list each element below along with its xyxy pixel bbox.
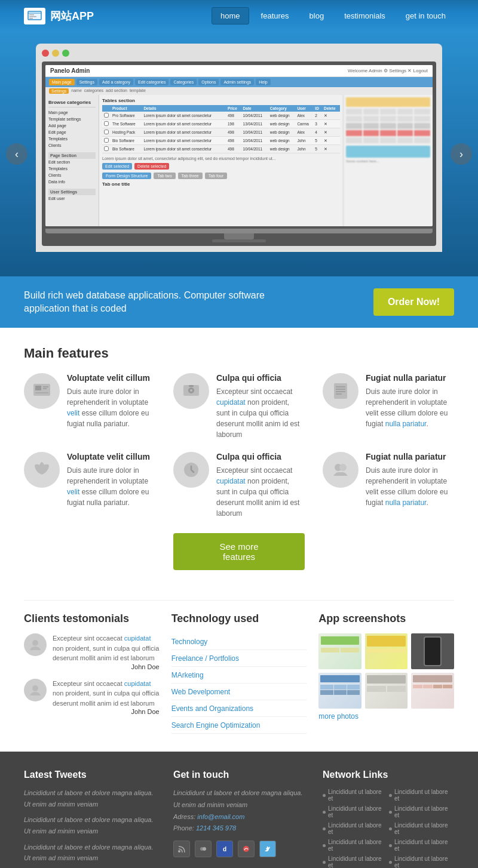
svg-point-27 [243, 846, 249, 852]
feature-desc-4: Duis aute irure dolor in reprehenderit i… [67, 465, 155, 508]
screenshot-1[interactable] [318, 633, 361, 669]
screenshots-col: App screenshots [318, 612, 454, 721]
flickr-icon[interactable] [195, 841, 212, 857]
tech-link-3[interactable]: MArketing [171, 671, 204, 679]
main-nav: home features blog testimonials get in t… [212, 7, 454, 24]
slider-prev[interactable]: ‹ [6, 143, 27, 165]
twitter-icon[interactable] [259, 841, 276, 857]
tech-link-2[interactable]: Freelance / Portfolios [171, 654, 239, 663]
feature-link-5[interactable]: cupidatat [216, 477, 246, 485]
features-grid: Voluptate velit cillum Duis aute irure d… [24, 373, 454, 519]
screenshot-5[interactable] [365, 673, 408, 709]
footer-network-title: Network Links [323, 769, 454, 780]
feature-link-6[interactable]: nulla pariatur [385, 498, 427, 507]
nav-features[interactable]: features [253, 8, 298, 24]
feature-text-3: Fugiat nulla pariatur Duis aute irure do… [366, 373, 454, 429]
feature-item-6: Fugiat nulla pariatur Duis aute irure do… [323, 452, 454, 519]
header: 网站APP home features blog testimonials ge… [0, 0, 478, 32]
see-more-button[interactable]: See more features [173, 533, 305, 570]
footer-tweet-2: Lincididunt ut labore et dolore magna al… [24, 814, 155, 836]
svg-rect-13 [189, 385, 194, 387]
features-title: Main features [24, 346, 454, 361]
feature-item-3: Fugiat nulla pariatur Duis aute irure do… [323, 373, 454, 440]
feature-link-1[interactable]: velit [67, 409, 79, 417]
technology-title: Technology used [171, 612, 307, 625]
svg-rect-3 [29, 16, 36, 17]
delicious-icon[interactable]: d [216, 841, 233, 857]
screenshot-2[interactable] [365, 633, 408, 669]
screenshot-6[interactable] [411, 673, 454, 709]
testimonial-text-2: Excepteur sint occaecat cupidatat non pr… [53, 679, 160, 709]
testimonials-title: Clients testomonials [24, 612, 160, 625]
feature-link-2[interactable]: cupidatat [216, 398, 246, 407]
feature-title-1: Voluptate velit cillum [67, 373, 155, 383]
tech-link-item-1: Technology [171, 633, 307, 650]
nav-testimonials[interactable]: testimonials [336, 8, 394, 24]
tech-link-item-2: Freelance / Portfolios [171, 650, 307, 667]
feature-title-2: Culpa qui officia [216, 373, 305, 383]
network-link-2: Lincididunt ut labore et [389, 787, 454, 803]
testimonials-col: Clients testomonials Excepteur sint occa… [24, 612, 160, 724]
tech-link-item-6: Search Engine Optimization [171, 717, 307, 734]
network-link-7: Lincididunt ut labore et [323, 838, 388, 853]
feature-text-5: Culpa qui officia Excepteur sint occaeca… [216, 452, 305, 519]
network-link-9: Lincididunt ut labore et [323, 854, 388, 868]
footer-email-link[interactable]: info@email.com [197, 813, 244, 820]
screenshots-grid [318, 633, 454, 709]
testimonial-author-2: John Doe [53, 708, 160, 715]
tech-link-4[interactable]: Web Develpoment [171, 688, 231, 696]
footer-tweet-1: Lincididunt ut labore et dolore magna al… [24, 787, 155, 809]
footer: Latest Tweets Lincididunt ut labore et d… [0, 752, 478, 868]
tech-links: Technology Freelance / Portfolios MArket… [171, 633, 307, 734]
screenshot-3[interactable] [411, 633, 454, 669]
feature-icon-4 [24, 452, 60, 488]
screenshot-4[interactable] [318, 673, 361, 709]
footer-tweets-col: Latest Tweets Lincididunt ut labore et d… [24, 769, 155, 868]
tech-link-1[interactable]: Technology [171, 638, 208, 646]
svg-point-22 [32, 640, 38, 646]
feature-icon-6 [323, 452, 358, 488]
rss-icon[interactable] [173, 841, 190, 857]
testimonial-link-2[interactable]: cupidatat [124, 680, 151, 687]
dot-green [62, 50, 69, 57]
tech-link-item-3: MArketing [171, 667, 307, 684]
network-link-5: Lincididunt ut labore et [323, 821, 388, 836]
slider-next[interactable]: › [451, 143, 472, 165]
feature-title-3: Fugiat nulla pariatur [366, 373, 454, 383]
feature-desc-1: Duis aute irure dolor in reprehenderit i… [67, 386, 155, 429]
weibo-icon[interactable] [238, 841, 255, 857]
order-now-button[interactable]: Order Now! [373, 288, 454, 316]
tech-link-6[interactable]: Search Engine Optimization [171, 721, 261, 730]
feature-link-3[interactable]: nulla pariatur [385, 420, 427, 428]
nav-blog[interactable]: blog [301, 8, 333, 24]
feature-text-6: Fugiat nulla pariatur Duis aute irure do… [366, 452, 454, 508]
admin-panel: Panelo Admin Welcome Admin ⚙ Settings ✕ … [45, 65, 433, 226]
feature-link-4[interactable]: velit [67, 488, 79, 496]
footer-contact-text: Lincididunt ut labore et dolore magna al… [173, 787, 305, 835]
svg-point-24 [178, 850, 180, 852]
more-photos-link[interactable]: more photos [318, 712, 454, 721]
logo-text: 网站APP [50, 9, 94, 23]
footer-tweets-title: Latest Tweets [24, 769, 155, 780]
testimonial-item-1: Excepteur sint occaecat cupidatat non pr… [24, 633, 160, 670]
footer-grid: Latest Tweets Lincididunt ut labore et d… [24, 769, 454, 868]
feature-text-4: Voluptate velit cillum Duis aute irure d… [67, 452, 155, 508]
nav-contact[interactable]: get in touch [397, 8, 454, 24]
three-col-section: Clients testomonials Excepteur sint occa… [0, 601, 478, 752]
footer-social: d [173, 841, 305, 857]
svg-point-21 [339, 464, 347, 471]
footer-contact-col: Get in touch Lincididunt ut labore et do… [173, 769, 305, 868]
feature-desc-2: Excepteur sint occaecat cupidatat non pr… [216, 386, 305, 440]
footer-contact-title: Get in touch [173, 769, 305, 780]
technology-col: Technology used Technology Freelance / P… [171, 612, 307, 734]
tech-link-5[interactable]: Events and Organizations [171, 704, 253, 713]
testimonial-author-1: John Doe [53, 663, 160, 670]
footer-tweet-3: Lincididunt ut labore et dolore magna al… [24, 842, 155, 864]
testimonial-link-1[interactable]: cupidatat [124, 635, 151, 642]
network-links-grid: Lincididunt ut labore et Lincididunt ut … [323, 787, 454, 868]
footer-phone-link[interactable]: 1214 345 978 [196, 824, 236, 832]
nav-home[interactable]: home [212, 7, 249, 24]
tech-link-item-4: Web Develpoment [171, 684, 307, 700]
features-section: Main features Voluptate velit cillum Dui… [0, 328, 478, 600]
svg-point-12 [190, 389, 192, 392]
